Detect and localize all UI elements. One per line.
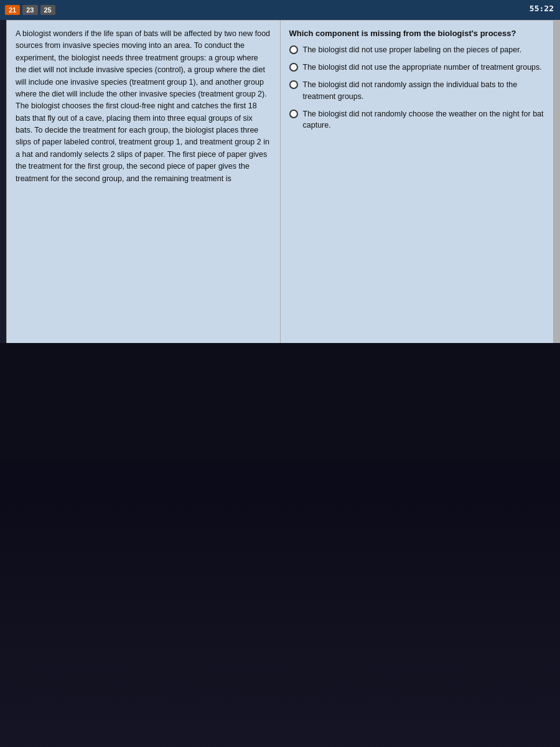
- radio-a[interactable]: [289, 45, 298, 54]
- quiz-panel: A biologist wonders if the life span of …: [6, 20, 554, 395]
- radio-b[interactable]: [289, 63, 298, 72]
- option-d[interactable]: The biologist did not randomly choose th…: [289, 108, 545, 131]
- radio-c[interactable]: [289, 80, 298, 89]
- option-b[interactable]: The biologist did not use the appropriat…: [289, 62, 545, 73]
- option-b-text: The biologist did not use the appropriat…: [303, 62, 542, 73]
- option-d-text: The biologist did not randomly choose th…: [303, 108, 545, 131]
- question-title: Which component is missing from the biol…: [289, 28, 545, 39]
- background-pattern: [0, 461, 560, 747]
- option-a-text: The biologist did not use proper labelin…: [303, 44, 522, 55]
- question-number-23[interactable]: 23: [22, 5, 37, 15]
- question-column: Which component is missing from the biol…: [281, 21, 554, 395]
- radio-d[interactable]: [289, 110, 298, 118]
- passage-text: A biologist wonders if the life span of …: [16, 28, 271, 185]
- option-c-text: The biologist did not randomly assign th…: [303, 79, 545, 101]
- passage-column: A biologist wonders if the life span of …: [7, 21, 281, 395]
- scrollbar-track[interactable]: [554, 20, 560, 395]
- question-number-21[interactable]: 21: [5, 5, 20, 15]
- option-a[interactable]: The biologist did not use proper labelin…: [289, 44, 545, 55]
- countdown-timer: 55:22: [530, 4, 554, 13]
- dark-background: [0, 343, 560, 747]
- top-navigation-bar: 21 23 25 55:22: [0, 0, 560, 20]
- question-number-25[interactable]: 25: [40, 5, 55, 15]
- option-c[interactable]: The biologist did not randomly assign th…: [289, 79, 545, 101]
